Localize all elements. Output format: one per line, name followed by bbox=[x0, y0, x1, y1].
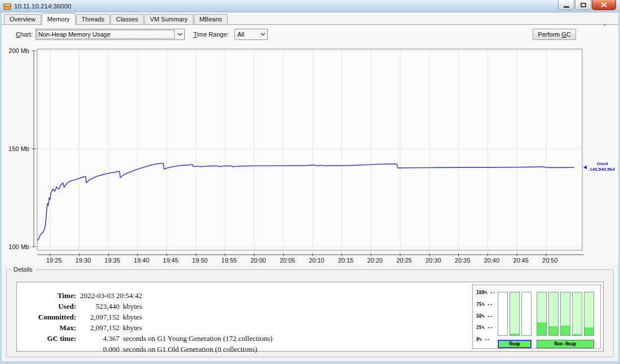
gauge-groups: HeapNon-Heap bbox=[498, 292, 594, 348]
memory-pool-bar bbox=[584, 292, 594, 336]
bar-committed-fill bbox=[510, 292, 519, 335]
y-tick-label: 150 Mb bbox=[8, 145, 29, 152]
bar-used-fill bbox=[549, 326, 558, 335]
gauge-bars bbox=[537, 292, 594, 336]
bar-used-fill bbox=[584, 327, 594, 335]
details-row-label: Used: bbox=[17, 301, 80, 312]
x-tick-label: 20:35 bbox=[455, 257, 471, 264]
perform-gc-button[interactable]: Perform GC bbox=[533, 29, 576, 40]
gauge-scale-label: 25% -- bbox=[476, 325, 497, 330]
memory-usage-chart: 200 Mb150 Mb100 Mb19:2519:3019:3519:4019… bbox=[2, 45, 620, 265]
details-row-number: 0.000 bbox=[80, 344, 123, 355]
maximize-button[interactable] bbox=[575, 0, 591, 10]
tab-overview[interactable]: Overview bbox=[4, 14, 41, 24]
x-tick-label: 20:10 bbox=[309, 257, 325, 264]
details-row-label: Committed: bbox=[17, 312, 80, 323]
window-title: 10.11.10.214:36000 bbox=[14, 3, 71, 10]
chevron-down-icon bbox=[258, 29, 267, 39]
details-row: Time:2022-03-03 20:54:42 bbox=[17, 291, 472, 301]
x-tick-label: 19:45 bbox=[163, 257, 179, 264]
chart-label: Chart: bbox=[16, 31, 33, 38]
x-tick-label: 19:35 bbox=[105, 257, 121, 264]
y-tick-label: 200 Mb bbox=[8, 47, 29, 54]
details-row-text: seconds on G1 Old Generation (0 collecti… bbox=[123, 344, 257, 355]
x-tick-label: 20:15 bbox=[338, 257, 354, 264]
gauge-scale-label: 75% -- bbox=[476, 302, 497, 307]
details-row-label bbox=[17, 344, 80, 355]
details-row-text: kbytes bbox=[123, 312, 142, 323]
bar-used-fill bbox=[510, 334, 519, 335]
memory-pool-bar bbox=[560, 292, 570, 336]
details-row-number: 4.367 bbox=[80, 334, 123, 344]
x-tick-label: 19:50 bbox=[192, 257, 208, 264]
memory-tab-panel: Chart: Non-Heap Memory Usage Time Range:… bbox=[2, 25, 618, 265]
gauge-scale-label: 0% -- bbox=[476, 337, 497, 342]
gauge-scale-labels: 100% --75% --50% --25% --0% -- bbox=[476, 290, 497, 342]
bar-used-fill bbox=[561, 326, 570, 335]
x-tick-label: 20:25 bbox=[396, 257, 412, 264]
close-button[interactable] bbox=[592, 0, 616, 10]
x-tick-label: 20:20 bbox=[367, 257, 383, 264]
memory-pool-bar bbox=[498, 292, 508, 336]
tab-bar: OverviewMemoryThreadsClassesVM SummaryMB… bbox=[2, 12, 618, 25]
title-bar[interactable]: 10.11.10.214:36000 bbox=[0, 0, 620, 12]
memory-pool-bar bbox=[521, 292, 532, 336]
details-row-text: 2022-03-03 20:54:42 bbox=[80, 291, 142, 301]
memory-pool-bar bbox=[548, 292, 559, 336]
minimize-button[interactable] bbox=[558, 0, 574, 10]
minimize-icon bbox=[564, 6, 569, 8]
details-row-label: GC time: bbox=[17, 334, 80, 344]
bar-committed-fill bbox=[573, 292, 582, 335]
details-rows: Time:2022-03-03 20:54:42Used:523,440kbyt… bbox=[17, 282, 472, 351]
details-row-number: 2,097,152 bbox=[80, 323, 123, 334]
non-heap-button[interactable]: Non-Heap bbox=[537, 340, 594, 348]
x-tick-label: 20:30 bbox=[426, 257, 441, 264]
time-range-select[interactable]: All bbox=[234, 29, 268, 40]
x-tick-label: 20:50 bbox=[542, 257, 558, 264]
details-row: 0.000seconds on G1 Old Generation (0 col… bbox=[17, 344, 472, 355]
chart-select-value: Non-Heap Memory Usage bbox=[36, 29, 175, 39]
tab-vm-summary[interactable]: VM Summary bbox=[144, 14, 193, 24]
memory-gauge-panel: 100% --75% --50% --25% --0% -- HeapNon-H… bbox=[472, 285, 601, 349]
app-icon bbox=[3, 2, 11, 10]
x-tick-label: 20:40 bbox=[484, 257, 500, 264]
annotation-value: 140,549,564 bbox=[590, 167, 615, 172]
tab-threads[interactable]: Threads bbox=[76, 14, 110, 24]
maximize-icon bbox=[581, 3, 586, 7]
gauge-scale-label: 50% -- bbox=[476, 314, 497, 319]
x-tick-label: 19:30 bbox=[76, 257, 91, 264]
gauge-group-non-heap: Non-Heap bbox=[537, 292, 594, 348]
x-tick-label: 19:55 bbox=[222, 257, 237, 264]
details-row: Max:2,097,152kbytes bbox=[17, 323, 472, 334]
details-row-text: kbytes bbox=[123, 301, 142, 312]
gauge-bars bbox=[498, 292, 532, 336]
details-row-text: seconds on G1 Young Generation (172 coll… bbox=[123, 334, 272, 344]
gauge-scale-label: 100% -- bbox=[476, 290, 497, 295]
tab-memory[interactable]: Memory bbox=[42, 13, 76, 25]
series-end-marker-icon bbox=[583, 166, 587, 170]
gauge-group-heap: Heap bbox=[498, 292, 532, 348]
memory-pool-bar bbox=[510, 292, 520, 336]
heap-button[interactable]: Heap bbox=[498, 340, 532, 348]
details-row-text: kbytes bbox=[123, 323, 142, 334]
tab-classes[interactable]: Classes bbox=[110, 14, 144, 24]
details-row: GC time:4.367seconds on G1 Young Generat… bbox=[17, 334, 472, 344]
x-tick-label: 19:40 bbox=[134, 257, 149, 264]
details-inner-box: Time:2022-03-03 20:54:42Used:523,440kbyt… bbox=[16, 282, 604, 352]
x-tick-label: 20:00 bbox=[250, 257, 266, 264]
controls-row: Chart: Non-Heap Memory Usage Time Range:… bbox=[2, 28, 618, 42]
details-legend: Details bbox=[11, 266, 35, 273]
tab-mbeans[interactable]: MBeans bbox=[194, 14, 228, 24]
details-row: Committed:2,097,152kbytes bbox=[17, 312, 472, 323]
x-tick-label: 19:25 bbox=[46, 257, 62, 264]
chevron-down-icon bbox=[175, 29, 184, 39]
annotation-label: Used bbox=[597, 161, 608, 166]
time-range-value: All bbox=[235, 29, 258, 39]
bar-used-fill bbox=[537, 322, 546, 335]
bar-used-fill bbox=[573, 334, 582, 335]
chart-select[interactable]: Non-Heap Memory Usage bbox=[36, 29, 185, 40]
jconsole-window: 10.11.10.214:36000 OverviewMemoryThreads… bbox=[0, 0, 620, 364]
close-icon bbox=[601, 2, 607, 7]
details-row-label: Time: bbox=[17, 291, 80, 301]
y-tick-label: 100 Mb bbox=[8, 243, 29, 250]
